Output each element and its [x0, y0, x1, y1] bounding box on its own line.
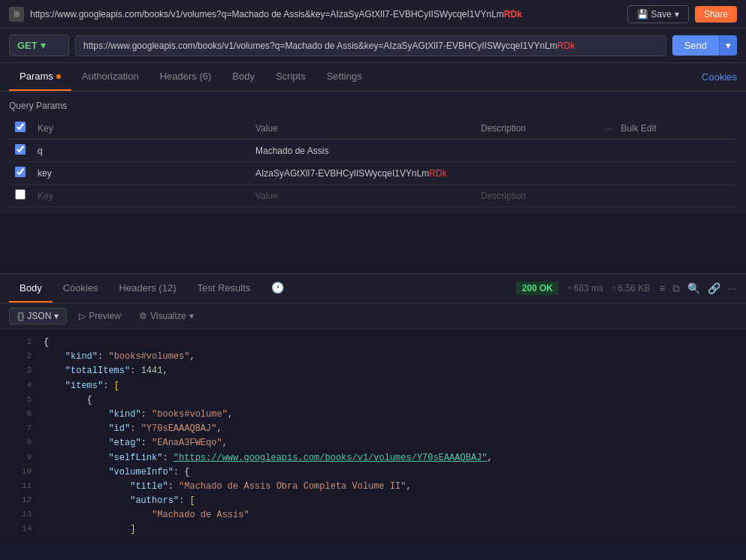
line-num-1: 1: [9, 336, 32, 349]
response-tab-test-results[interactable]: Test Results: [186, 275, 261, 303]
row3-desc-placeholder[interactable]: Description: [475, 185, 599, 207]
params-dot: [56, 74, 61, 79]
params-table: Key Value Description ··· Bulk Edit q Ma…: [9, 117, 737, 207]
tab-scripts-label: Scripts: [276, 71, 306, 82]
visualize-icon: ⚙: [139, 311, 147, 321]
select-all-checkbox[interactable]: [15, 122, 26, 132]
more-icon[interactable]: ···: [728, 282, 737, 294]
tab-authorization[interactable]: Authorization: [71, 63, 150, 91]
response-action-icons: ≡ ⧉ 🔍 🔗 ···: [659, 282, 737, 295]
response-tab-headers[interactable]: Headers (12): [109, 275, 187, 303]
row1-value[interactable]: Machado de Assis: [249, 140, 475, 162]
response-time-value: 683 ms: [574, 283, 603, 294]
response-tab-body[interactable]: Body: [9, 275, 53, 303]
line-num-7: 7: [9, 422, 32, 435]
bulk-edit-dots-icon: ···: [605, 123, 612, 134]
json-format-label: JSON: [27, 311, 51, 321]
url-text: https://www.googleapis.com/books/v1/volu…: [83, 41, 557, 51]
tabs-left: Params Authorization Headers (6) Body Sc…: [9, 63, 373, 91]
json-line-3: 3 "totalItems": 1441,: [9, 364, 737, 378]
response-tab-cookies[interactable]: Cookies: [53, 275, 109, 303]
send-dropdown-button[interactable]: ▾: [719, 35, 737, 56]
row1-checkbox[interactable]: [15, 144, 26, 155]
url-input-display[interactable]: https://www.googleapis.com/books/v1/volu…: [75, 35, 666, 56]
json-line-9: 9 "selfLink": "https://www.googleapis.co…: [9, 451, 737, 465]
save-button[interactable]: 💾 Save ▾: [627, 5, 689, 23]
json-line-5: 5 {: [9, 393, 737, 408]
preview-button[interactable]: ▷ Preview: [73, 309, 127, 324]
visualize-label: Visualize: [150, 311, 186, 321]
json-line-10: 10 "volumeInfo": {: [9, 465, 737, 480]
row1-desc[interactable]: [475, 140, 599, 162]
row2-key[interactable]: key: [32, 162, 249, 185]
row3-bulk: [599, 185, 737, 207]
line-num-10: 10: [9, 465, 32, 479]
row3-checkbox[interactable]: [15, 189, 26, 200]
tab-body[interactable]: Body: [222, 63, 265, 91]
top-url: https://www.googleapis.com/books/v1/volu…: [30, 9, 621, 20]
middle-space: [0, 213, 746, 273]
tab-params-label: Params: [20, 71, 53, 82]
line-num-14: 14: [9, 522, 32, 536]
json-code-area: 1 { 2 "kind": "books#volumes", 3 "totalI…: [0, 330, 746, 543]
wrap-icon[interactable]: ≡: [659, 282, 665, 294]
save-icon: 💾: [637, 9, 648, 20]
response-size-value: 6.56 KB: [618, 283, 650, 294]
json-format-button[interactable]: {} JSON ▾: [9, 308, 67, 324]
copy-icon[interactable]: ⧉: [672, 282, 680, 295]
tab-settings[interactable]: Settings: [316, 63, 373, 91]
row2-value-text: AIzaSyAGtXlI7-EVBHCyIISWycqeI1VYnLm: [255, 168, 429, 179]
json-toolbar: {} JSON ▾ ▷ Preview ⚙ Visualize ▾: [0, 303, 746, 330]
share-button[interactable]: Share: [695, 6, 737, 23]
row3-checkbox-cell: [9, 185, 32, 207]
col-header-value: Value: [249, 117, 475, 140]
row2-bulk: [599, 162, 737, 185]
description-label: Description: [481, 123, 526, 134]
row2-desc[interactable]: [475, 162, 599, 185]
json-format-chevron-icon: ▾: [54, 311, 59, 321]
row3-value-placeholder[interactable]: Value: [249, 185, 475, 207]
tab-headers[interactable]: Headers (6): [150, 63, 222, 91]
json-line-6: 6 "kind": "books#volume",: [9, 408, 737, 422]
send-chevron-icon: ▾: [726, 40, 731, 51]
line-num-6: 6: [9, 408, 32, 421]
method-select[interactable]: GET ▾: [9, 35, 69, 56]
tab-scripts[interactable]: Scripts: [265, 63, 316, 91]
row2-value-redmark: RDk: [429, 168, 446, 179]
json-line-14: 14 ]: [9, 522, 737, 537]
method-chevron-icon: ▾: [41, 40, 46, 51]
response-tabs-left: Body Cookies Headers (12) Test Results 🕐: [9, 274, 294, 303]
response-time-separator: •: [568, 283, 571, 294]
row2-checkbox[interactable]: [15, 167, 26, 177]
send-group: Send ▾: [672, 35, 737, 56]
col-header-checkbox: [9, 117, 32, 140]
json-brace-icon: {}: [17, 311, 24, 321]
tab-body-label: Body: [232, 71, 255, 82]
row1-key[interactable]: q: [32, 140, 249, 162]
json-line-12: 12 "authors": [: [9, 494, 737, 508]
send-button[interactable]: Send: [672, 35, 719, 56]
line-num-11: 11: [9, 480, 32, 493]
search-icon[interactable]: 🔍: [687, 282, 700, 294]
response-tab-clock[interactable]: 🕐: [261, 274, 294, 303]
row3-key-placeholder[interactable]: Key: [32, 185, 249, 207]
response-tabs: Body Cookies Headers (12) Test Results 🕐…: [0, 274, 746, 303]
url-redmark: RDk: [557, 41, 575, 51]
json-line-1: 1 {: [9, 336, 737, 350]
visualize-button[interactable]: ⚙ Visualize ▾: [133, 309, 200, 324]
response-time: • 683 ms: [568, 283, 603, 294]
top-url-redmark: RDk: [504, 9, 522, 20]
top-bar-right: 💾 Save ▾ Share: [627, 5, 737, 23]
query-params-title: Query Params: [9, 98, 737, 117]
tab-params[interactable]: Params: [9, 63, 71, 91]
save-label: Save: [651, 9, 672, 20]
status-badge: 200 OK: [516, 282, 559, 295]
cookies-link[interactable]: Cookies: [702, 64, 737, 90]
row2-value[interactable]: AIzaSyAGtXlI7-EVBHCyIISWycqeI1VYnLmRDk: [249, 162, 475, 185]
bulk-edit-label: Bulk Edit: [621, 123, 656, 134]
col-header-key: Key: [32, 117, 249, 140]
table-row: q Machado de Assis: [9, 140, 737, 162]
json-line-8: 8 "etag": "EAnaA3FWEqo",: [9, 436, 737, 450]
url-bar-section: GET ▾ https://www.googleapis.com/books/v…: [0, 29, 746, 63]
link-icon[interactable]: 🔗: [708, 282, 720, 294]
